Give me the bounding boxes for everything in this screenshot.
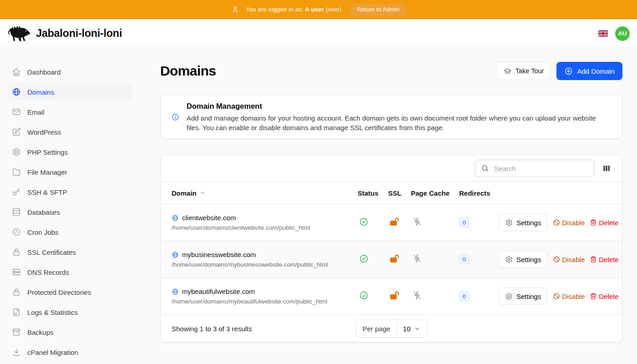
redirects-cell: 0 xyxy=(459,217,499,228)
info-card-description: Add and manage domains for your hosting … xyxy=(187,114,598,132)
trash-icon xyxy=(590,219,597,226)
disable-button[interactable]: Disable xyxy=(553,293,585,300)
column-picker-button[interactable] xyxy=(602,164,611,173)
redirects-count-badge[interactable]: 0 xyxy=(459,217,469,228)
search-input[interactable] xyxy=(493,164,588,173)
take-tour-button[interactable]: Take Tour xyxy=(496,62,551,80)
sidebar-item-wordpress[interactable]: WordPress xyxy=(7,123,132,141)
sidebar-item-label: SSH & SFTP xyxy=(27,188,67,196)
sidebar-item-cpanel-migration[interactable]: cPanel Migration xyxy=(7,344,132,361)
sidebar-item-cron-jobs[interactable]: Cron Jobs xyxy=(7,223,132,241)
table-footer: Showing 1 to 3 of 3 results Per page 10 xyxy=(161,315,622,342)
redirects-count-badge[interactable]: 0 xyxy=(459,291,469,301)
delete-button[interactable]: Delete xyxy=(590,256,618,263)
ban-icon xyxy=(553,219,560,226)
sidebar-item-label: Backups xyxy=(27,329,54,336)
delete-button[interactable]: Delete xyxy=(590,219,618,227)
status-cell xyxy=(358,217,388,228)
sidebar-item-ssl-certificates[interactable]: SSL Certificates xyxy=(7,243,132,261)
table-row: mybusinesswebsite.com/home/user/domains/… xyxy=(161,241,622,278)
page-title: Domains xyxy=(160,63,216,79)
mail-icon xyxy=(12,107,21,116)
brand[interactable]: Jabaloni-loni-loni xyxy=(7,24,122,44)
results-summary: Showing 1 to 3 of 3 results xyxy=(172,325,252,333)
settings-button[interactable]: Settings xyxy=(499,288,547,305)
disable-button[interactable]: Disable xyxy=(553,256,585,263)
gear-icon xyxy=(505,219,513,227)
ssl-unlocked-icon[interactable] xyxy=(388,217,399,227)
search-box xyxy=(475,160,594,177)
sidebar-item-label: Email xyxy=(27,108,45,116)
settings-button[interactable]: Settings xyxy=(499,251,547,268)
folder-icon xyxy=(12,167,21,177)
info-card: Domain Management Add and manage domains… xyxy=(160,95,622,139)
status-cell xyxy=(358,291,388,302)
sidebar-item-label: WordPress xyxy=(27,128,61,136)
sidebar-item-logs-statistics[interactable]: Logs & Statistics xyxy=(7,303,132,321)
sidebar-item-domains[interactable]: Domains xyxy=(7,83,132,101)
status-enabled-icon xyxy=(358,291,369,300)
delete-button[interactable]: Delete xyxy=(590,293,618,300)
ssl-unlocked-icon[interactable] xyxy=(388,290,399,301)
sidebar-item-label: Logs & Statistics xyxy=(27,308,78,316)
sidebar-item-label: Domains xyxy=(27,88,54,96)
per-page-control[interactable]: Per page 10 xyxy=(356,319,427,338)
avatar[interactable]: AU xyxy=(615,26,630,41)
search-icon xyxy=(481,164,489,172)
sidebar-item-label: Databases xyxy=(27,208,60,216)
sidebar-item-databases[interactable]: Databases xyxy=(7,203,132,221)
language-flag-icon[interactable] xyxy=(598,30,608,37)
sidebar-item-protected-directories[interactable]: Protected Directories xyxy=(7,283,132,301)
banner-message: You are logged in as: A user (user) xyxy=(246,6,342,13)
column-header-page-cache: Page Cache xyxy=(411,189,459,197)
home-icon xyxy=(12,67,21,76)
sidebar-item-php-settings[interactable]: PHP Settings xyxy=(7,143,132,161)
page-cache-cell xyxy=(411,217,459,228)
sidebar-item-ssh-sftp[interactable]: SSH & SFTP xyxy=(7,183,132,201)
table-header-row: Domain Status SSL Page Cache Redirects xyxy=(161,182,622,204)
sidebar-item-email[interactable]: Email xyxy=(7,103,132,121)
settings-button[interactable]: Settings xyxy=(499,214,547,231)
sidebar-item-label: Dashboard xyxy=(27,68,61,76)
per-page-label: Per page xyxy=(356,320,397,337)
table-row: clientwebsite.com/home/user/domains/clie… xyxy=(161,204,622,241)
domain-path: /home/user/domains/mybeautifulwebsite.co… xyxy=(172,298,358,305)
trash-icon xyxy=(590,293,597,300)
zap-off-icon xyxy=(411,217,422,227)
main-content: Domains Take Tour Add Domain Domain Mana… xyxy=(146,48,637,364)
row-actions: SettingsDisableDelete xyxy=(499,288,619,305)
sidebar-item-label: File Manager xyxy=(27,168,67,176)
page-cache-cell xyxy=(411,290,459,302)
info-icon xyxy=(172,113,179,121)
impersonation-banner: You are logged in as: A user (user) Retu… xyxy=(0,0,637,19)
column-header-domain[interactable]: Domain xyxy=(172,189,358,197)
table-body: clientwebsite.com/home/user/domains/clie… xyxy=(161,204,622,315)
domain-name[interactable]: mybusinesswebsite.com xyxy=(182,251,256,258)
ban-icon xyxy=(553,293,560,300)
sort-chevron-icon xyxy=(199,190,206,196)
domains-table-card: Domain Status SSL Page Cache Redirects c… xyxy=(160,155,622,343)
sidebar-nav: DashboardDomainsEmailWordPressPHP Settin… xyxy=(0,48,146,364)
key-icon xyxy=(12,187,21,197)
return-to-admin-button[interactable]: Return to Admin xyxy=(351,4,406,15)
sidebar-item-backups[interactable]: Backups xyxy=(7,324,132,341)
redirects-cell: 0 xyxy=(459,291,499,301)
globe-icon xyxy=(172,288,179,295)
graduation-cap-icon xyxy=(503,67,512,76)
domain-cell: clientwebsite.com/home/user/domains/clie… xyxy=(172,214,358,231)
row-actions: SettingsDisableDelete xyxy=(499,251,619,268)
domain-name[interactable]: mybeautifulwebsite.com xyxy=(182,288,255,295)
add-domain-button[interactable]: Add Domain xyxy=(556,62,622,80)
sidebar-item-label: cPanel Migration xyxy=(27,349,78,356)
download-icon xyxy=(12,348,21,357)
disable-button[interactable]: Disable xyxy=(553,219,585,227)
gear-icon xyxy=(12,147,21,157)
redirects-count-badge[interactable]: 0 xyxy=(459,254,469,264)
ssl-unlocked-icon[interactable] xyxy=(388,253,399,264)
trash-icon xyxy=(590,256,597,263)
domain-name[interactable]: clientwebsite.com xyxy=(182,214,236,222)
per-page-select[interactable]: 10 xyxy=(397,320,427,337)
sidebar-item-dns-records[interactable]: DNS Records xyxy=(7,263,132,281)
sidebar-item-dashboard[interactable]: Dashboard xyxy=(7,63,132,81)
sidebar-item-file-manager[interactable]: File Manager xyxy=(7,163,132,181)
